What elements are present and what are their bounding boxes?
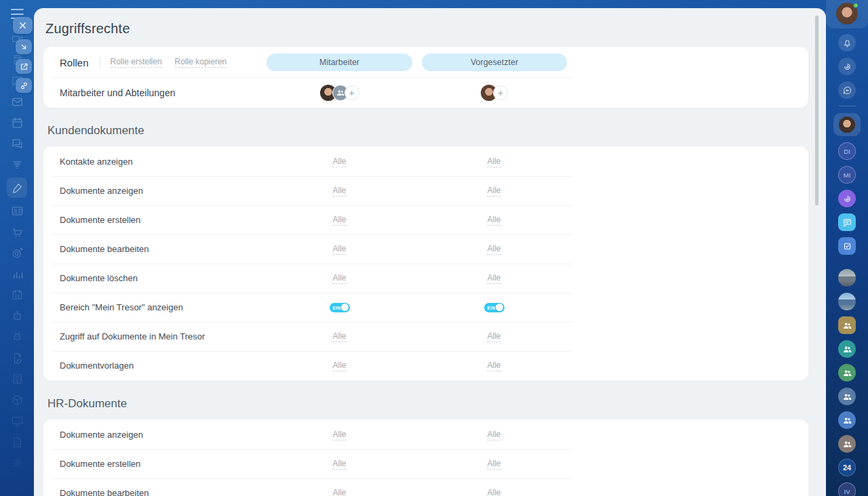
permission-label: Dokumente löschen bbox=[60, 273, 138, 283]
permission-value-dropdown[interactable]: Alle bbox=[487, 186, 500, 197]
display-icon bbox=[11, 415, 24, 428]
chat-contact-mi[interactable]: MI bbox=[838, 166, 856, 184]
sidebar-item-robot[interactable] bbox=[7, 308, 27, 324]
chat-contact-di[interactable]: DI bbox=[838, 142, 856, 160]
sidebar-item-android[interactable] bbox=[7, 329, 27, 345]
profile-avatar[interactable] bbox=[836, 3, 858, 24]
vertical-scrollbar[interactable] bbox=[815, 16, 818, 205]
permission-value-dropdown[interactable]: Alle bbox=[332, 331, 346, 342]
permission-value-dropdown[interactable]: Alle bbox=[332, 186, 346, 197]
sidebar-item-building[interactable] bbox=[7, 371, 27, 387]
permission-col-1: EIN bbox=[267, 293, 412, 322]
people-icon bbox=[842, 321, 852, 331]
toggle-knob bbox=[496, 304, 503, 311]
add-member-button[interactable]: + bbox=[344, 85, 359, 100]
robot-icon bbox=[11, 310, 24, 323]
permission-value-dropdown[interactable]: Alle bbox=[487, 488, 500, 496]
permission-value-dropdown[interactable]: Alle bbox=[487, 215, 500, 226]
permission-value-dropdown[interactable]: Alle bbox=[332, 459, 346, 470]
chat-contact-active[interactable] bbox=[833, 113, 861, 136]
close-button[interactable] bbox=[13, 17, 33, 34]
chat-history-icon bbox=[842, 85, 852, 96]
permission-value-dropdown[interactable]: Alle bbox=[487, 244, 500, 255]
permission-row: Dokumente anzeigenAlleAlle bbox=[43, 176, 808, 205]
sidebar-item-cart[interactable] bbox=[7, 224, 27, 240]
messenger-chat[interactable] bbox=[838, 213, 856, 231]
permission-value-dropdown[interactable]: Alle bbox=[487, 331, 500, 342]
sidebar-item-edit[interactable] bbox=[7, 178, 27, 198]
permission-value-dropdown[interactable]: Alle bbox=[332, 244, 346, 255]
sidebar-item-messenger[interactable] bbox=[7, 136, 27, 152]
permission-col-2: Alle bbox=[421, 147, 567, 176]
sidebar-item-target[interactable] bbox=[7, 245, 27, 261]
permission-value-dropdown[interactable]: Alle bbox=[332, 360, 346, 371]
chat-contact-iv[interactable]: IV bbox=[838, 482, 856, 496]
permission-value-dropdown[interactable]: Alle bbox=[332, 488, 346, 496]
copy-role-button[interactable]: Rolle kopieren bbox=[175, 57, 227, 68]
android-icon bbox=[11, 331, 24, 344]
permission-value-dropdown[interactable]: Alle bbox=[487, 360, 500, 371]
permission-value-dropdown[interactable]: Alle bbox=[332, 215, 346, 226]
sidebar-item-doc[interactable] bbox=[7, 434, 27, 450]
sidebar-item-chart[interactable] bbox=[7, 266, 27, 282]
permission-col-1: Alle bbox=[267, 264, 412, 293]
notifications-button[interactable] bbox=[838, 34, 856, 51]
permission-value-dropdown[interactable]: Alle bbox=[332, 273, 346, 284]
permission-label: Dokumente bearbeiten bbox=[60, 488, 149, 496]
permission-toggle[interactable]: EIN bbox=[330, 303, 350, 312]
sidebar-item-docedit[interactable] bbox=[7, 350, 27, 366]
chat-group-teal[interactable] bbox=[838, 340, 856, 358]
chat-group-blue[interactable] bbox=[838, 411, 856, 429]
link-button[interactable] bbox=[16, 78, 32, 93]
sidebar-item-gear[interactable] bbox=[7, 455, 27, 471]
target-icon bbox=[11, 247, 24, 260]
permission-col-2: Alle bbox=[421, 351, 567, 380]
sidebar-item-funnel[interactable] bbox=[7, 157, 27, 173]
gear-icon bbox=[11, 457, 24, 470]
permission-row: Dokumente erstellenAlleAlle bbox=[43, 449, 808, 478]
bitrix24-logo[interactable]: 24 bbox=[838, 459, 856, 476]
online-status-dot bbox=[853, 3, 859, 8]
docedit-icon bbox=[11, 352, 24, 365]
permission-toggle[interactable]: EIN bbox=[484, 303, 505, 312]
section-title: HR-Dokumente bbox=[47, 397, 826, 411]
add-member-button[interactable]: + bbox=[493, 85, 508, 100]
external-icon bbox=[20, 62, 28, 71]
chat-group-slate[interactable] bbox=[838, 388, 856, 405]
permission-value-dropdown[interactable]: Alle bbox=[332, 430, 346, 440]
chat-group-khaki[interactable] bbox=[838, 316, 856, 334]
permission-value-dropdown[interactable]: Alle bbox=[332, 157, 346, 167]
permission-col-1: Alle bbox=[267, 322, 412, 351]
people-icon bbox=[842, 344, 852, 354]
permission-value-dropdown[interactable]: Alle bbox=[487, 459, 500, 470]
permission-value-dropdown[interactable]: Alle bbox=[487, 273, 500, 284]
permission-value-dropdown[interactable]: Alle bbox=[487, 430, 500, 440]
cube-icon bbox=[11, 394, 24, 407]
sidebar-item-idcard[interactable] bbox=[7, 203, 27, 219]
sidebar-item-cube[interactable] bbox=[7, 392, 27, 408]
copilot-button[interactable] bbox=[838, 58, 856, 75]
external-button[interactable] bbox=[16, 59, 32, 74]
permission-col-1: Alle bbox=[267, 449, 412, 478]
role-tab-vorgesetzter[interactable]: Vorgesetzter bbox=[422, 54, 567, 71]
chat-group-photo-2[interactable] bbox=[838, 293, 856, 310]
sidebar-item-display[interactable] bbox=[7, 413, 27, 429]
chat-group-green[interactable] bbox=[838, 364, 856, 381]
sidebar-item-planner[interactable] bbox=[7, 287, 27, 303]
copilot-chat[interactable] bbox=[838, 190, 856, 207]
sidebar-item-mail[interactable] bbox=[7, 94, 27, 110]
chat-switch-button[interactable] bbox=[838, 81, 856, 99]
chat-group-brown[interactable] bbox=[838, 435, 856, 453]
create-role-button[interactable]: Rolle erstellen bbox=[111, 57, 162, 68]
tasks-chat[interactable] bbox=[838, 237, 856, 255]
permission-label: Dokumente erstellen bbox=[60, 459, 140, 469]
sidebar-item-calendar[interactable] bbox=[7, 115, 27, 131]
permission-value-dropdown[interactable]: Alle bbox=[487, 157, 500, 167]
arrow-dr-button[interactable] bbox=[16, 39, 32, 54]
messenger-icon bbox=[11, 138, 24, 150]
doc-icon bbox=[11, 436, 24, 449]
chat-group-photo-1[interactable] bbox=[838, 269, 856, 287]
permission-col-1: Alle bbox=[267, 176, 412, 205]
funnel-icon bbox=[11, 159, 24, 171]
role-tab-mitarbeiter[interactable]: Mitarbeiter bbox=[267, 54, 412, 71]
